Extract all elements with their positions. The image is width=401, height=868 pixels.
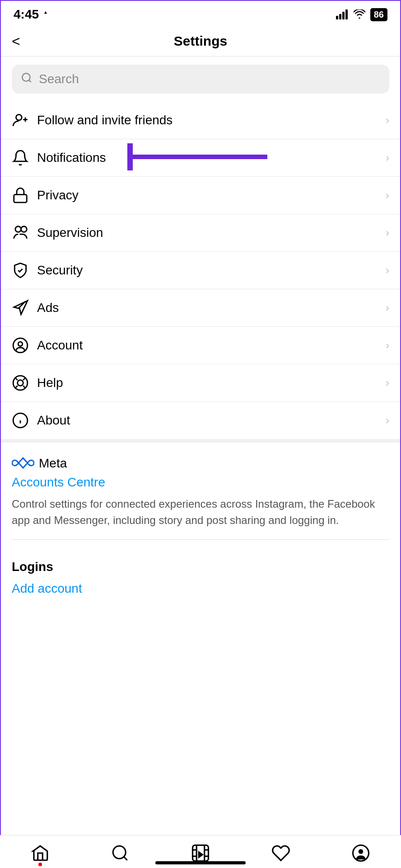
about-icon: [12, 412, 37, 429]
svg-line-22: [15, 386, 18, 388]
meta-description: Control settings for connected experienc…: [12, 496, 389, 540]
about-label: About: [37, 413, 386, 428]
svg-point-6: [16, 114, 22, 120]
logins-title: Logins: [12, 560, 389, 574]
chevron-right-icon: ›: [386, 414, 389, 427]
privacy-label: Privacy: [37, 188, 386, 203]
svg-point-13: [21, 226, 27, 232]
location-icon: [42, 10, 50, 19]
svg-rect-3: [345, 9, 348, 19]
header: < Settings: [1, 26, 400, 57]
settings-item-supervision[interactable]: Supervision ›: [1, 214, 400, 252]
svg-point-16: [18, 342, 23, 346]
wifi-icon: [353, 9, 366, 19]
back-button[interactable]: <: [12, 34, 20, 48]
status-icons: 86: [336, 8, 387, 21]
home-icon: [31, 844, 50, 863]
ads-label: Ads: [37, 301, 386, 315]
profile-icon: [351, 844, 370, 863]
svg-rect-11: [14, 194, 27, 202]
svg-rect-2: [342, 12, 345, 19]
svg-line-5: [29, 80, 31, 82]
chevron-right-icon: ›: [386, 151, 389, 164]
account-label: Account: [37, 338, 386, 353]
chevron-right-icon: ›: [386, 114, 389, 127]
add-account-link[interactable]: Add account: [12, 581, 82, 595]
logins-section: Logins Add account: [1, 549, 400, 603]
svg-point-12: [15, 226, 21, 232]
search-nav-icon: [111, 844, 130, 863]
svg-line-19: [15, 378, 18, 380]
accounts-centre-link[interactable]: Accounts Centre: [12, 475, 389, 490]
svg-rect-0: [336, 16, 338, 19]
svg-point-15: [13, 338, 28, 353]
nav-search[interactable]: [111, 844, 130, 863]
chevron-right-icon: ›: [386, 302, 389, 314]
account-icon: [12, 337, 37, 354]
security-label: Security: [37, 263, 386, 278]
settings-item-security[interactable]: Security ›: [1, 252, 400, 289]
meta-logo-text: Meta: [39, 456, 67, 471]
svg-point-26: [113, 846, 126, 859]
chevron-right-icon: ›: [386, 226, 389, 239]
chevron-right-icon: ›: [386, 189, 389, 202]
chevron-right-icon: ›: [386, 264, 389, 277]
svg-rect-1: [339, 14, 341, 19]
chevron-right-icon: ›: [386, 377, 389, 389]
svg-line-21: [23, 386, 25, 388]
settings-item-help[interactable]: Help ›: [1, 364, 400, 402]
svg-point-4: [22, 73, 30, 81]
nav-reels[interactable]: [191, 844, 210, 863]
follow-icon: [12, 112, 37, 129]
help-icon: [12, 374, 37, 392]
svg-marker-35: [198, 851, 204, 859]
svg-point-37: [359, 849, 364, 854]
security-icon: [12, 262, 37, 279]
notification-icon: [12, 149, 37, 166]
battery-indicator: 86: [370, 8, 387, 21]
heart-icon: [271, 844, 290, 863]
search-bar[interactable]: Search: [12, 65, 389, 94]
svg-point-18: [18, 380, 23, 386]
ads-icon: [12, 299, 37, 316]
status-time: 4:45: [14, 7, 50, 22]
signal-icon: [336, 9, 349, 19]
follow-label: Follow and invite friends: [37, 113, 386, 127]
home-bar: [155, 861, 246, 864]
meta-section: Meta Accounts Centre Control settings fo…: [1, 439, 400, 549]
search-icon: [21, 72, 33, 86]
settings-item-follow[interactable]: Follow and invite friends ›: [1, 102, 400, 139]
nav-home[interactable]: [31, 844, 50, 863]
svg-line-20: [23, 378, 25, 380]
settings-item-about[interactable]: About ›: [1, 402, 400, 439]
chevron-right-icon: ›: [386, 339, 389, 352]
nav-activity[interactable]: [271, 844, 290, 863]
meta-logo-icon: [12, 457, 34, 470]
nav-profile[interactable]: [351, 844, 370, 863]
settings-item-notifications[interactable]: Notifications ›: [1, 139, 400, 177]
supervision-icon: [12, 224, 37, 241]
status-bar: 4:45 86: [1, 1, 400, 26]
page-title: Settings: [174, 33, 227, 49]
help-label: Help: [37, 376, 386, 390]
privacy-icon: [12, 187, 37, 204]
home-dot: [38, 863, 42, 866]
search-placeholder: Search: [39, 72, 79, 86]
settings-item-ads[interactable]: Ads ›: [1, 289, 400, 327]
notifications-label: Notifications: [37, 151, 386, 165]
reels-icon: [191, 844, 210, 863]
settings-list: Follow and invite friends › Notification…: [1, 102, 400, 439]
settings-item-account[interactable]: Account ›: [1, 327, 400, 364]
supervision-label: Supervision: [37, 226, 386, 240]
settings-item-privacy[interactable]: Privacy ›: [1, 177, 400, 214]
svg-line-27: [124, 857, 128, 860]
meta-logo-row: Meta: [12, 456, 389, 471]
search-container: Search: [1, 57, 400, 102]
